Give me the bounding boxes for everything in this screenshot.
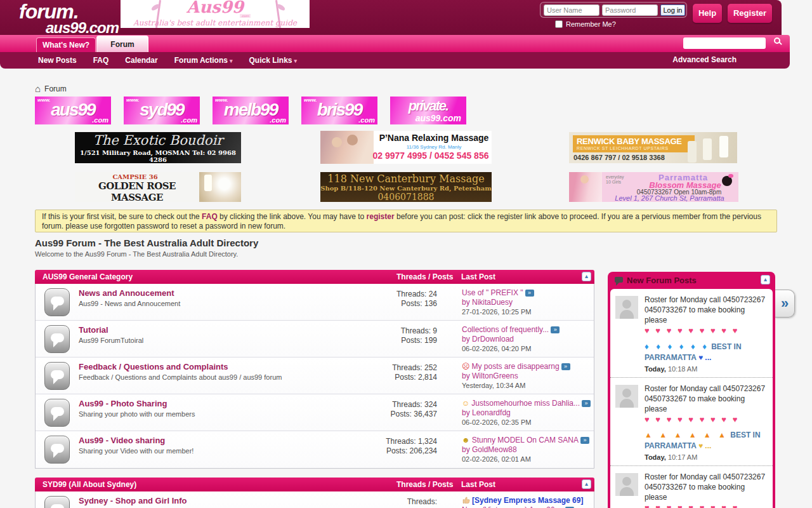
banner-melb99[interactable]: www. melb99 .com (213, 97, 289, 124)
ad-golden-rose-massage[interactable]: CAMPSIE 36 GOLDEN ROSE MASSAGE 36 NORTH … (75, 172, 241, 202)
ad-address: Level 1, 267 Church St, Parramatta (601, 194, 738, 202)
avatar[interactable] (615, 385, 638, 408)
forum-link[interactable]: Sydney - Shop and Girl Info (79, 496, 187, 505)
forum-description: Sharing your Video with our member! (79, 447, 193, 455)
last-post-title-link[interactable]: [Sydney Empress Massage 69] (472, 496, 583, 505)
help-button[interactable]: Help (693, 4, 722, 23)
thumbs-up-icon (462, 496, 470, 504)
post-text: Roster for Monday call 0450723267 045073… (645, 295, 765, 324)
last-post-author-link[interactable]: by Leonardfdg (462, 408, 592, 418)
ad-parramatta-blossom-massage[interactable]: everyday 10 Girls Parramatta Blossom Mas… (569, 172, 738, 202)
password-input[interactable] (602, 4, 658, 16)
ad-address: 11/36 Sydney Rd. Manly (376, 144, 492, 150)
ad-canterbury-massage[interactable]: 118 New Canterbury Massage Shop B/118-12… (320, 172, 492, 202)
avatar[interactable] (615, 296, 638, 319)
collapse-icon[interactable]: ▴ (761, 275, 770, 284)
ad-photo (199, 172, 241, 202)
header-ad-banner[interactable]: Aus99 .com Australia's best adult entert… (121, 0, 310, 28)
sidebar-post: Roster for Monday call 0450723267 045073… (610, 466, 773, 508)
last-post-author-link[interactable]: by GoldMeow88 (462, 445, 592, 455)
register-button[interactable]: Register (728, 4, 772, 23)
register-link[interactable]: register (367, 212, 395, 221)
banner-bris99[interactable]: www. bris99 .com (301, 97, 377, 124)
ad-title: 118 New Canterbury Massage (320, 173, 492, 185)
remember-checkbox[interactable] (555, 20, 563, 28)
last-post-date: 06-02-2026, 02:35 PM (462, 418, 592, 427)
last-post-title-link[interactable]: My posts are disappearng (472, 362, 560, 371)
banner-com: .com (240, 14, 251, 18)
goto-last-post-icon[interactable]: » (582, 400, 591, 407)
forum-link[interactable]: Tutorial (79, 325, 108, 335)
column-last-post: Last Post (461, 270, 495, 284)
last-post-title-link[interactable]: Stunny MODEL On CAM SANA (472, 436, 579, 444)
last-post-author-link[interactable]: by WiltonGreens (462, 371, 592, 381)
forum-stats: Threads: 324 Posts: 36,437 (340, 400, 437, 419)
post-text-link[interactable]: Roster for Monday call 0450723267 045073… (645, 472, 768, 508)
last-post: ☻Stunny MODEL On CAM SANA» by GoldMeow88… (462, 436, 592, 464)
remember-me[interactable]: Remember Me? (555, 20, 616, 28)
collapse-icon[interactable]: ▴ (582, 479, 591, 489)
last-post-author-link[interactable]: Nana (Vietnamese) Aus, 26 ... (462, 505, 563, 508)
forum-link[interactable]: Aus99 - Video sharing (79, 436, 165, 445)
breadcrumb-label[interactable]: Forum (44, 84, 67, 93)
banner-private-aus99[interactable]: private. aus99.com (390, 97, 466, 124)
blue-heart-icon: ♥ ... (698, 353, 711, 362)
nav-quick-links[interactable]: Quick Links▾ (249, 56, 297, 65)
threads-count: Threads: 1,324 (340, 437, 437, 446)
site-logo[interactable]: forum. aus99.com (19, 1, 119, 36)
ad-pnana-massage[interactable]: P’Nana Relaxing Massage 11/36 Sydney Rd.… (320, 131, 492, 164)
post-title-link[interactable]: ▲ ▲ ▲ ▲ ▲ ▲ BEST IN PARRAMATTA ♥ ... (645, 430, 768, 451)
banner-syd99[interactable]: www. syd99 .com (124, 97, 200, 124)
breadcrumb: ⌂Forum (35, 83, 67, 94)
collapse-icon[interactable]: ▴ (582, 272, 591, 281)
posts-count: Posts: 206,234 (340, 446, 437, 456)
post-date-label: Today, (645, 453, 666, 461)
faq-link[interactable]: FAQ (202, 212, 218, 221)
nav-new-posts[interactable]: New Posts (38, 56, 77, 65)
search-button[interactable] (770, 36, 787, 50)
nav-forum-actions[interactable]: Forum Actions▾ (174, 56, 233, 65)
last-post-title-link[interactable]: Collections of frequently... (462, 325, 549, 334)
username-input[interactable] (544, 4, 599, 16)
avatar[interactable] (615, 473, 638, 496)
post-text-link[interactable]: Roster for Monday call 0450723267 045073… (645, 384, 768, 425)
goto-last-post-icon[interactable]: » (525, 290, 534, 297)
forum-icon (44, 436, 70, 464)
home-icon[interactable]: ⌂ (35, 83, 41, 94)
forum-icon (44, 399, 70, 427)
post-title-link[interactable]: ♦ ♦ ♦ ♦ ♦ ♦ BEST IN PARRAMATTA ♥ ... (645, 341, 768, 363)
banner-aus99[interactable]: www. aus99 .com (35, 97, 111, 124)
forum-description: Aus99 ForumTutoiral (79, 337, 143, 344)
ad-renwick-massage[interactable]: RENWICK BABY MASSAGE RENWICK ST LEICHHAR… (569, 132, 737, 163)
banner-title: Aus99 (121, 0, 310, 17)
goto-last-post-icon[interactable]: » (551, 326, 560, 333)
post-date: Today, 10:18 AM (645, 365, 768, 373)
category-title: AUS99 General Category (43, 272, 133, 281)
tab-whats-new[interactable]: What's New? (36, 37, 96, 52)
ad-address: RENWICK ST LEICHHARDT UPSTAIRS (577, 146, 691, 150)
column-threads-posts: Threads / Posts (396, 270, 453, 284)
search-input[interactable] (683, 37, 766, 49)
chevron-down-icon: ▾ (230, 58, 233, 64)
nav-calendar[interactable]: Calendar (125, 56, 157, 65)
site-banner-row: www. aus99 .com www. syd99 .com www. mel… (35, 97, 479, 124)
diamond-icons: ♦ ♦ ♦ ♦ ♦ ♦ (645, 342, 709, 351)
goto-last-post-icon[interactable]: » (561, 363, 570, 370)
post-text-link[interactable]: Roster for Monday call 0450723267 045073… (645, 295, 768, 337)
ad-exotic-boudoir[interactable]: The Exotic Boudoir 1/521 Military Road, … (75, 132, 241, 163)
forum-link[interactable]: Feedback / Questions and Complaints (79, 362, 228, 371)
last-post-title-link[interactable]: Use of " PREFIX " (462, 288, 523, 297)
tab-forum[interactable]: Forum (96, 36, 148, 52)
forum-link[interactable]: News and Annoucement (79, 288, 174, 298)
advanced-search-link[interactable]: Advanced Search (672, 55, 737, 64)
nav-faq[interactable]: FAQ (93, 56, 109, 65)
forum-link[interactable]: Aus99 - Photo Sharing (79, 399, 167, 408)
login-button[interactable]: Log in (660, 4, 685, 16)
last-post-author-link[interactable]: by DrDownload (462, 335, 592, 344)
last-post-author-link[interactable]: by NikitaDuesy (462, 298, 592, 307)
last-post-title-link[interactable]: Justsomehourhoe miss Dahlia... (471, 399, 580, 408)
forum-description: Feedback / Questions and Complaints abou… (79, 373, 282, 381)
sidebar-expand-button[interactable]: » (775, 290, 795, 318)
goto-last-post-icon[interactable]: » (580, 437, 589, 444)
last-post: ☺Justsomehourhoe miss Dahlia...» by Leon… (462, 399, 592, 427)
